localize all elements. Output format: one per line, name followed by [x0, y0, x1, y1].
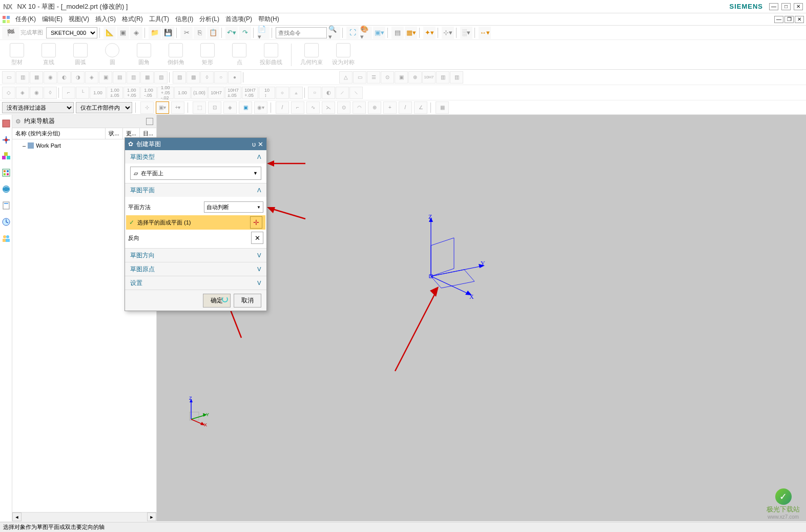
finish-sketch-icon[interactable]: 🏁	[2, 27, 19, 39]
tool-copy-icon[interactable]: ⎘	[194, 27, 206, 39]
btn-a17-icon[interactable]: ●	[228, 71, 241, 84]
select-plane-row[interactable]: ✓ 选择平的面或平面 (1) ✛	[126, 215, 265, 230]
dim-8-icon[interactable]: 10H7	[208, 87, 224, 99]
reverse-direction-icon[interactable]: ✕	[251, 232, 263, 244]
ok-button[interactable]: 确定	[203, 294, 231, 308]
ribbon-point[interactable]: 点	[225, 42, 253, 68]
menu-analyze[interactable]: 分析(L)	[196, 14, 222, 25]
tool-save-icon[interactable]: 💾	[162, 27, 174, 39]
btn-a19-icon[interactable]: ▭	[353, 71, 366, 84]
dim-5-icon[interactable]: 1.00+.05-.02	[157, 87, 174, 99]
dim-9-icon[interactable]: 10H7±.05	[225, 87, 241, 99]
selection-filter[interactable]: 没有选择过滤器	[2, 102, 74, 113]
command-search[interactable]	[276, 27, 327, 38]
btn-a21-icon[interactable]: ⊙	[381, 71, 394, 84]
dim-6-icon[interactable]: 1.00	[174, 87, 191, 99]
ribbon-chamfer[interactable]: 倒斜角	[162, 42, 190, 68]
btn-a8-icon[interactable]: ▣	[99, 71, 112, 84]
scroll-right-icon[interactable]: ►	[147, 513, 156, 521]
btn-a11-icon[interactable]: ▦	[140, 71, 154, 84]
section-plane-header[interactable]: 草图平面 ᐱ	[125, 183, 266, 197]
plane-method-combo[interactable]: 自动判断 ▼	[204, 201, 263, 213]
tab-sheet-icon[interactable]	[2, 201, 11, 210]
snap-10-icon[interactable]: ∠	[414, 101, 427, 114]
gear-icon[interactable]: ⚙	[15, 118, 21, 125]
btn-a10-icon[interactable]: ▥	[127, 71, 140, 84]
tool-wcs-icon[interactable]: ✦▾	[423, 27, 436, 39]
ribbon-profile[interactable]: 型材	[3, 42, 31, 68]
dim-1-icon[interactable]: 1.00	[90, 87, 106, 99]
btn-b6-icon[interactable]: └	[76, 87, 89, 99]
btn-b2-icon[interactable]: ◈	[16, 87, 29, 99]
btn-b5-icon[interactable]: ⌐	[62, 87, 75, 99]
navigator-hscroll[interactable]: ◄ ►	[12, 512, 156, 521]
btn-a12-icon[interactable]: ▧	[154, 71, 168, 84]
scroll-track[interactable]	[22, 513, 147, 521]
snap-7-icon[interactable]: ⊕	[368, 101, 381, 114]
menu-tools[interactable]: 工具(T)	[146, 14, 172, 25]
dialog-title-bar[interactable]: ✿ 创建草图 υ ✕	[125, 138, 266, 150]
tab-reuse-icon[interactable]	[2, 168, 11, 177]
btn-a3-icon[interactable]: ▦	[30, 71, 43, 84]
btn-a18-icon[interactable]: △	[339, 71, 353, 84]
tool-cube-icon[interactable]: ▣	[117, 27, 129, 39]
tab-part-navigator-icon[interactable]	[2, 119, 11, 128]
tool-fit-icon[interactable]: ⛶	[346, 27, 359, 39]
menu-help[interactable]: 帮助(H)	[255, 14, 282, 25]
sel-1-icon[interactable]: ⊹	[140, 101, 154, 114]
dialog-reset-icon[interactable]: υ	[252, 140, 256, 148]
ribbon-constraint[interactable]: 几何约束	[298, 42, 325, 68]
btn-b9-icon[interactable]: ○	[308, 87, 321, 99]
btn-a20-icon[interactable]: ☰	[367, 71, 380, 84]
tool-undo-icon[interactable]: ↶▾	[225, 27, 238, 39]
maximize-button[interactable]: □	[781, 3, 791, 10]
dim-11-icon[interactable]: 10↕	[259, 87, 275, 99]
btn-a26-icon[interactable]: ▥	[450, 71, 463, 84]
menu-tasks[interactable]: 任务(K)	[12, 14, 39, 25]
dim-3-icon[interactable]: 1.00+.05	[123, 87, 140, 99]
sel-5-icon[interactable]: ⊡	[208, 101, 221, 114]
snap-1-icon[interactable]: /	[276, 101, 289, 114]
btn-a25-icon[interactable]: ▥	[436, 71, 449, 84]
tool-orient-icon[interactable]: ◈	[130, 27, 142, 39]
tool-hatch-icon[interactable]: ░▾	[460, 27, 472, 39]
snap-6-icon[interactable]: ◠	[353, 101, 366, 114]
btn-a16-icon[interactable]: ○	[214, 71, 228, 84]
menu-edit[interactable]: 编辑(E)	[39, 14, 66, 25]
ribbon-symmetric[interactable]: 设为对称	[329, 42, 357, 68]
section-origin-header[interactable]: 草图原点 ᐯ	[125, 262, 266, 276]
mdi-close[interactable]: ✕	[795, 16, 804, 23]
section-type-header[interactable]: 草图类型 ᐱ	[125, 150, 266, 163]
menu-view[interactable]: 视图(V)	[66, 14, 92, 25]
btn-a6-icon[interactable]: ◑	[71, 71, 85, 84]
btn-b11-icon[interactable]: ⟋	[336, 87, 349, 99]
sketch-type-combo[interactable]: ▱ 在平面上 ▼	[130, 167, 261, 180]
tool-layer-icon[interactable]: ▤	[391, 27, 404, 39]
btn-b3-icon[interactable]: ◉	[30, 87, 43, 99]
tab-history-icon[interactable]	[2, 217, 11, 227]
btn-a1-icon[interactable]: ▭	[2, 71, 15, 84]
section-settings-header[interactable]: 设置 ᐯ	[125, 276, 266, 290]
ribbon-project[interactable]: 投影曲线	[257, 42, 285, 68]
dim-10-icon[interactable]: 10H7+.05	[242, 87, 258, 99]
snap-9-icon[interactable]: /	[399, 101, 412, 114]
sel-2-icon[interactable]: ▣▾	[156, 101, 169, 114]
btn-b10-icon[interactable]: ◐	[322, 87, 335, 99]
btn-a24-icon[interactable]: 10H7	[422, 71, 436, 84]
btn-a14-icon[interactable]: ▩	[187, 71, 200, 84]
btn-a9-icon[interactable]: ▤	[113, 71, 126, 84]
mdi-minimize[interactable]: —	[774, 16, 783, 23]
pin-icon[interactable]	[146, 118, 153, 125]
tool-box-icon[interactable]: ▣▾	[373, 27, 385, 39]
sel-3-icon[interactable]: +▾	[171, 101, 184, 114]
selection-scope[interactable]: 仅在工作部件内	[76, 102, 132, 113]
tree-collapse-icon[interactable]: –	[23, 142, 26, 149]
tool-csys-icon[interactable]: 📐	[104, 27, 116, 39]
dim-2-icon[interactable]: 1.00±.05	[107, 87, 123, 99]
mdi-restore[interactable]: ❐	[784, 16, 794, 23]
sel-6-icon[interactable]: ◈	[223, 101, 237, 114]
tool-redo-icon[interactable]: ↷	[239, 27, 251, 39]
btn-a23-icon[interactable]: ⊕	[408, 71, 422, 84]
btn-a22-icon[interactable]: ▣	[395, 71, 408, 84]
btn-b1-icon[interactable]: ◇	[2, 87, 15, 99]
